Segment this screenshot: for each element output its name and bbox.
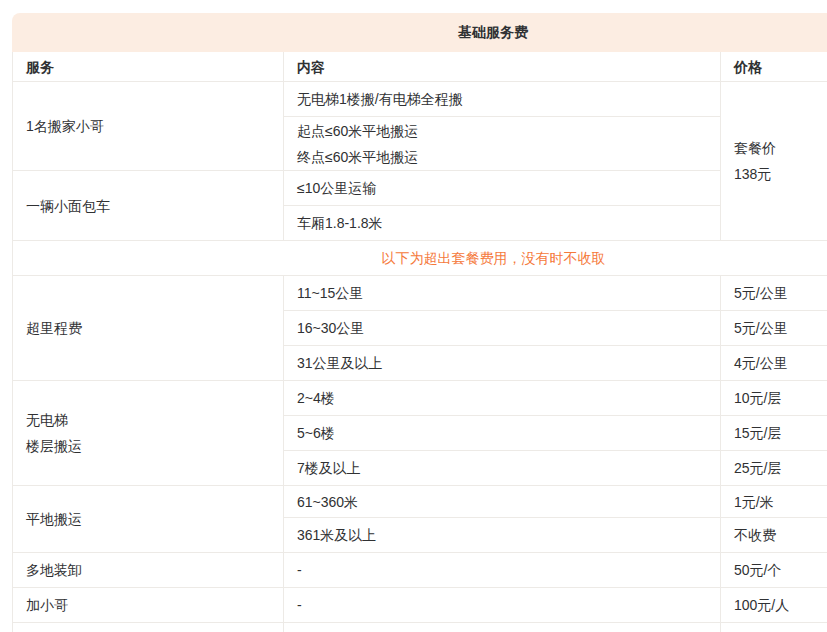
- price-cell: 不收费: [721, 518, 827, 553]
- service-line2: 楼层搬运: [26, 433, 275, 459]
- price-cell: 10元/层: [721, 381, 827, 416]
- empty-cell: [13, 623, 284, 632]
- table-row: 无电梯 楼层搬运 2~4楼 10元/层: [13, 381, 827, 416]
- table-row: 多地装卸 - 50元/个: [13, 553, 827, 588]
- service-cell-mileage: 超里程费: [13, 276, 284, 381]
- content-cell: 5~6楼: [284, 416, 721, 451]
- price-cell: 4元/公里: [721, 346, 827, 381]
- service-cell-mover: 1名搬家小哥: [13, 82, 284, 171]
- column-header-row: 服务 内容 价格: [13, 52, 827, 82]
- fee-table: 服务 内容 价格 1名搬家小哥 无电梯1楼搬/有电梯全程搬 套餐价 138元 起…: [12, 52, 827, 632]
- separator-row: 以下为超出套餐费用，没有时不收取: [13, 241, 827, 276]
- price-cell-package: 套餐价 138元: [721, 82, 827, 241]
- content-line2: 终点≤60米平地搬运: [297, 144, 712, 170]
- table-row-clipped: [13, 623, 827, 632]
- content-cell: 361米及以上: [284, 518, 721, 553]
- column-header-price: 价格: [721, 52, 827, 82]
- page-viewport: 基础服务费 服务 内容 价格 1名搬家小哥 无电梯1楼搬/有电梯全程搬 套餐价 …: [0, 0, 827, 632]
- content-cell: 31公里及以上: [284, 346, 721, 381]
- price-cell: 50元/个: [721, 553, 827, 588]
- content-cell: 无电梯1楼搬/有电梯全程搬: [284, 82, 721, 117]
- table-row: 平地搬运 61~360米 1元/米: [13, 486, 827, 518]
- service-line1: 无电梯: [26, 407, 275, 433]
- price-cell: 15元/层: [721, 416, 827, 451]
- content-cell: ≤10公里运输: [284, 171, 721, 206]
- price-cell: 100元/人: [721, 588, 827, 623]
- content-cell: -: [284, 553, 721, 588]
- package-price-line2: 138元: [734, 161, 827, 187]
- fee-card: 基础服务费 服务 内容 价格 1名搬家小哥 无电梯1楼搬/有电梯全程搬 套餐价 …: [12, 13, 827, 632]
- column-header-content: 内容: [284, 52, 721, 82]
- content-cell: 2~4楼: [284, 381, 721, 416]
- content-cell: 7楼及以上: [284, 451, 721, 486]
- content-cell: 起点≤60米平地搬运 终点≤60米平地搬运: [284, 117, 721, 171]
- service-cell-stairs: 无电梯 楼层搬运: [13, 381, 284, 486]
- table-row: 超里程费 11~15公里 5元/公里: [13, 276, 827, 311]
- price-cell: 1元/米: [721, 486, 827, 518]
- price-cell: 25元/层: [721, 451, 827, 486]
- content-cell: 11~15公里: [284, 276, 721, 311]
- empty-cell: [284, 623, 721, 632]
- content-cell: 车厢1.8-1.8米: [284, 206, 721, 241]
- service-cell-multistop: 多地装卸: [13, 553, 284, 588]
- package-price-line1: 套餐价: [734, 135, 827, 161]
- table-row: 1名搬家小哥 无电梯1楼搬/有电梯全程搬 套餐价 138元: [13, 82, 827, 117]
- price-cell: 5元/公里: [721, 276, 827, 311]
- content-cell: 16~30公里: [284, 311, 721, 346]
- service-cell-ground: 平地搬运: [13, 486, 284, 553]
- table-row: 一辆小面包车 ≤10公里运输: [13, 171, 827, 206]
- content-cell: 61~360米: [284, 486, 721, 518]
- price-cell: 5元/公里: [721, 311, 827, 346]
- service-cell-van: 一辆小面包车: [13, 171, 284, 241]
- table-title: 基础服务费: [12, 13, 827, 52]
- column-header-service: 服务: [13, 52, 284, 82]
- content-line1: 起点≤60米平地搬运: [297, 118, 712, 144]
- separator-note: 以下为超出套餐费用，没有时不收取: [13, 241, 827, 276]
- empty-cell: [721, 623, 827, 632]
- table-row: 加小哥 - 100元/人: [13, 588, 827, 623]
- content-cell: -: [284, 588, 721, 623]
- service-cell-addworker: 加小哥: [13, 588, 284, 623]
